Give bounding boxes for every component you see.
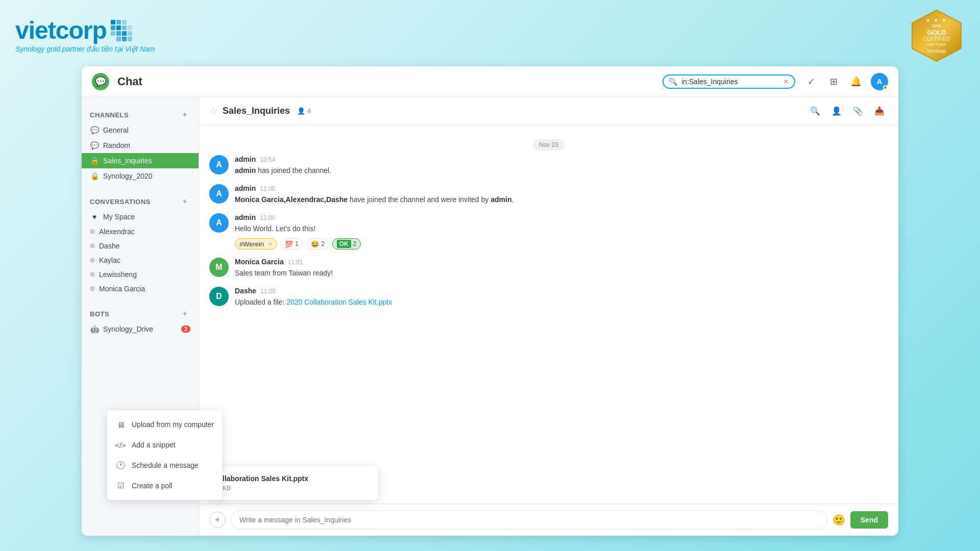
grid-icon[interactable]: ⊞ [826,74,841,89]
member-icon: 👤 [297,107,305,115]
message-time: 11:00 [260,214,275,221]
top-bar: vietcorp Synology gold partner đầ [0,0,980,71]
send-button[interactable]: Send [850,511,888,529]
online-status-dot [883,85,888,90]
message-item: A admin 11:00 Hello World. Let's do this… [209,213,888,249]
message-content-2: admin 11:00 Monica Garcia,Alexendrac,Das… [235,184,888,205]
sidebar-item-synology-2020[interactable]: 🔒 Synology_2020 [82,168,199,184]
member-list-button[interactable]: 👤 [828,103,845,120]
message-content-3: admin 11:00 Hello World. Let's do this! … [235,213,888,249]
main-container: 💬 Chat 🔍 ✕ ✓ ⊞ 🔔 A CHANNELS + [82,66,898,536]
popup-menu: 🖥 Upload from my computer </> Add a snip… [107,410,222,500]
sidebar-item-sales-inquiries[interactable]: 🔒 Sales_Inquiries [82,153,199,168]
reaction-hashtag[interactable]: #Werein ✕ [235,238,277,249]
date-divider: Nov 23 [209,140,888,149]
sidebar-item-alexendrac[interactable]: Alexendrac [82,224,199,239]
message-input[interactable] [231,510,827,530]
add-bot-button[interactable]: + [179,308,190,319]
message-author: admin [235,155,256,163]
message-author: Dashe [235,287,256,295]
avatar-dashe: D [209,287,229,306]
message-text: Sales team from Taiwan ready! [235,268,888,279]
message-item: A admin 10:54 admin has joined the chann… [209,155,888,176]
search-icon: 🔍 [669,78,677,86]
logo-text: vietcorp [15,18,107,43]
code-icon: </> [115,440,126,450]
messages-area[interactable]: Nov 23 A admin 10:54 admin has joined th… [199,126,898,504]
file-link[interactable]: 2020 Collaboration Sales Kit.pptx [286,298,392,306]
chat-area: ☆ Sales_Inquiries 👤 4 🔍 👤 📎 📥 Nov 23 [199,97,898,536]
reaction-100[interactable]: 💯 1 [280,238,303,249]
reactions: #Werein ✕ 💯 1 😂 2 OK 2 [235,238,888,249]
search-box[interactable]: 🔍 ✕ [663,74,795,89]
channels-label: CHANNELS [90,111,129,119]
sidebar-item-kaylac[interactable]: Kaylac [82,253,199,267]
member-count-value: 4 [307,107,311,115]
attachment-button[interactable]: 📎 [849,103,867,120]
status-dot-alexendrac [90,229,95,234]
chat-header: ☆ Sales_Inquiries 👤 4 🔍 👤 📎 📥 [199,97,898,126]
status-dot-lewissheng [90,272,95,277]
body-area: CHANNELS + 💬 General 💬 Random 🔒 Sales_In… [82,97,898,536]
add-snippet-item[interactable]: </> Add a snippet [107,435,222,455]
bots-label: BOTS [90,310,109,318]
chat-logo-icon: 💬 [92,73,109,90]
monitor-icon: 🖥 [115,419,126,430]
add-conversation-button[interactable]: + [179,196,190,207]
header-icons: ✓ ⊞ 🔔 A [803,73,888,90]
avatar[interactable]: A [871,73,888,90]
logo-subtitle: Synology gold partner đầu tiên tại Việt … [15,45,155,53]
channel-name: Sales_Inquiries [223,106,290,116]
bot-icon: 🤖 [90,324,99,334]
message-time: 11:05 [260,288,276,295]
upload-from-computer-item[interactable]: 🖥 Upload from my computer [107,414,222,435]
header-bar: 💬 Chat 🔍 ✕ ✓ ⊞ 🔔 A [82,66,898,97]
lock-icon: 🔒 [90,156,99,165]
message-text: Hello World. Let's do this! [235,223,888,234]
sidebar-item-synology-drive[interactable]: 🤖 Synology_Drive 2 [82,321,199,337]
sidebar-item-lewissheng[interactable]: Lewissheng [82,267,199,282]
sidebar-item-dashe[interactable]: Dashe [82,239,199,253]
message-content-5: Dashe 11:05 Uploaded a file: 2020 Collab… [235,287,888,308]
conversations-label: CONVERSATIONS [90,198,151,206]
chat-header-actions: 🔍 👤 📎 📥 [806,103,888,120]
sidebar-item-monica-garcia[interactable]: Monica Garcia [82,282,199,296]
reaction-laugh[interactable]: 😂 2 [306,238,329,249]
file-preview-overlay: llaboration Sales Kit.pptx KB [214,466,378,500]
message-item: M Monica Garcia 11:01 Sales team from Ta… [209,258,888,279]
gold-badge: ★ ★ ★ 2023 GOLD CERTIFIED PARTNER Synolo… [909,8,965,64]
message-text: Uploaded a file: 2020 Collaboration Sale… [235,297,888,308]
message-item: D Dashe 11:05 Uploaded a file: 2020 Coll… [209,287,888,308]
logo-grid-icon [111,20,132,41]
check-icon[interactable]: ✓ [803,74,819,89]
message-input-area: + 🙂 Send [199,504,898,536]
message-time: 10:54 [260,156,275,163]
avatar-monica: M [209,258,229,277]
header-title: Chat [117,75,142,88]
schedule-message-item[interactable]: 🕐 Schedule a message [107,455,222,475]
inbox-button[interactable]: 📥 [871,103,888,120]
search-input[interactable] [681,78,779,86]
emoji-button[interactable]: 🙂 [832,514,845,526]
message-author: admin [235,184,256,192]
add-channel-button[interactable]: + [179,109,190,120]
search-clear-icon[interactable]: ✕ [783,78,789,86]
channel-star-icon[interactable]: ☆ [209,106,217,117]
message-item: A admin 11:00 Monica Garcia,Alexendrac,D… [209,184,888,205]
sidebar-item-general[interactable]: 💬 General [82,122,199,138]
reaction-ok[interactable]: OK 2 [332,238,361,249]
message-content-4: Monica Garcia 11:01 Sales team from Taiw… [235,258,888,279]
poll-icon: ☑ [115,481,126,491]
avatar-admin-2: A [209,184,229,204]
channels-section-header: CHANNELS + [82,105,199,122]
bell-icon[interactable]: 🔔 [848,74,864,89]
create-poll-item[interactable]: ☑ Create a poll [107,475,222,496]
status-dot-kaylac [90,258,95,263]
search-channel-button[interactable]: 🔍 [806,103,824,120]
avatar-admin-3: A [209,213,229,233]
message-author: admin [235,213,256,221]
sidebar-item-my-space[interactable]: ♥ My Space [82,209,199,224]
sidebar-item-random[interactable]: 💬 Random [82,138,199,153]
heart-icon: ♥ [90,212,99,221]
add-attachment-button[interactable]: + [209,512,226,528]
